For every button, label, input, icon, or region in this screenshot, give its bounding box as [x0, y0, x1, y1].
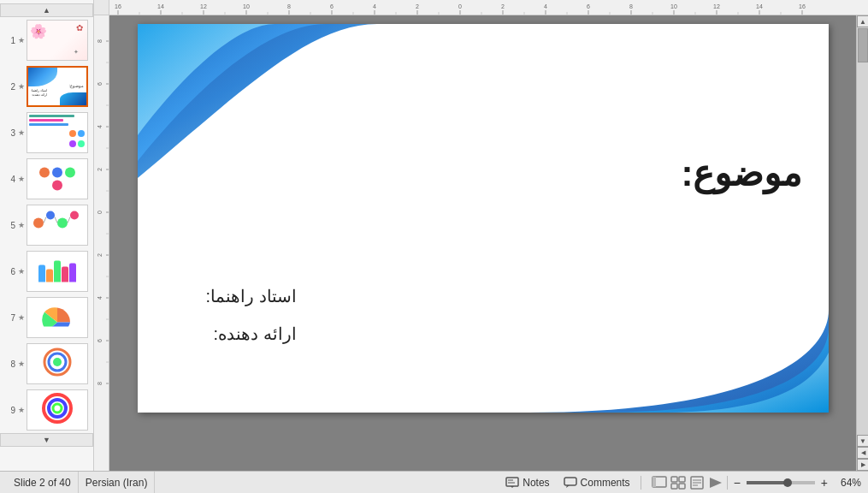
scroll-right-arrow[interactable]: ▶ [857, 459, 868, 471]
svg-text:12: 12 [200, 3, 207, 9]
svg-text:2: 2 [501, 3, 505, 9]
svg-point-0 [33, 218, 44, 229]
content-area: 16 14 12 10 8 6 4 2 0 [94, 0, 868, 471]
slide-canvas[interactable]: موضوع: استاد راهنما: ارائه دهنده: [109, 15, 856, 471]
notes-button[interactable]: Notes [499, 477, 556, 489]
slide-sorter-icon[interactable] [670, 476, 686, 490]
svg-text:8: 8 [629, 3, 633, 9]
zoom-slider[interactable] [747, 481, 815, 484]
svg-rect-100 [679, 484, 685, 489]
notes-label: Notes [523, 477, 549, 489]
slide-number-1: 1 [3, 36, 15, 45]
slide-thumb-2[interactable]: 2 ★ موضوع: استاد راهنما:ارائه دهنده: [0, 63, 93, 110]
comments-button[interactable]: Comments [557, 477, 637, 489]
slide-count-text: Slide 2 of 40 [14, 477, 71, 489]
ruler-corner [94, 0, 109, 15]
svg-text:8: 8 [287, 3, 291, 9]
scroll-up-button[interactable]: ▲ [0, 3, 93, 17]
star-icon-4: ★ [18, 175, 27, 183]
svg-text:8: 8 [97, 39, 103, 43]
svg-line-6 [68, 217, 70, 223]
slide-title-text: موضوع: [682, 152, 803, 194]
svg-marker-92 [511, 486, 514, 488]
slide-thumb-4[interactable]: 4 ★ [0, 156, 93, 202]
svg-text:2: 2 [97, 168, 103, 171]
zoom-level-text[interactable]: 64% [834, 477, 861, 489]
scroll-down-button[interactable]: ▼ [0, 433, 93, 447]
star-icon-3: ★ [18, 128, 27, 137]
slide-thumb-7[interactable]: 7 ★ [0, 294, 93, 341]
wave-top-svg [138, 24, 411, 195]
slide-number-3: 3 [3, 128, 15, 138]
scroll-down-arrow[interactable]: ▼ [857, 435, 868, 447]
zoom-out-button[interactable]: − [731, 476, 743, 490]
svg-line-4 [44, 217, 46, 223]
slide-thumb-5[interactable]: 5 ★ [0, 202, 93, 248]
language-text: Persian (Iran) [86, 477, 148, 489]
scroll-left-arrow[interactable]: ◀ [857, 447, 868, 459]
slide-show-icon[interactable] [708, 476, 723, 490]
thumb-img-3 [27, 112, 88, 153]
svg-text:16: 16 [799, 3, 806, 9]
star-icon-9: ★ [18, 406, 27, 414]
star-icon-2: ★ [18, 82, 27, 91]
svg-text:4: 4 [544, 3, 547, 9]
svg-text:0: 0 [97, 211, 103, 214]
slide-number-2: 2 [3, 82, 15, 92]
svg-text:10: 10 [243, 3, 250, 9]
normal-view-icon[interactable] [652, 476, 667, 490]
thumb-img-4 [27, 158, 88, 199]
svg-text:4: 4 [373, 3, 376, 9]
slide-thumb-1[interactable]: 1 ★ 🌸 ✿ ✦ [0, 17, 93, 63]
svg-text:6: 6 [587, 3, 590, 9]
svg-point-9 [53, 358, 62, 366]
svg-rect-89 [506, 478, 518, 486]
star-icon-1: ★ [18, 36, 27, 45]
svg-rect-93 [564, 478, 576, 485]
slide-number-5: 5 [3, 221, 15, 230]
reading-view-icon[interactable] [689, 476, 705, 490]
svg-text:4: 4 [97, 296, 103, 300]
slide-presenter-label: ارائه دهنده: [206, 324, 297, 344]
slide-thumb-8[interactable]: 8 ★ [0, 341, 93, 387]
wave-bottom-svg [529, 310, 829, 413]
slide-number-4: 4 [3, 175, 15, 184]
svg-marker-105 [710, 478, 722, 488]
slide-edit-area: 8 6 4 2 0 [94, 15, 868, 471]
slide-thumb-9[interactable]: 9 ★ [0, 387, 93, 433]
svg-point-2 [57, 218, 68, 229]
svg-text:6: 6 [97, 82, 103, 86]
svg-text:14: 14 [157, 3, 164, 9]
view-icons-group [652, 476, 723, 490]
slide-instructor-label: استاد راهنما: [206, 286, 297, 306]
svg-point-11 [49, 400, 66, 417]
thumb-img-6 [27, 251, 88, 292]
ruler-top-svg: 16 14 12 10 8 6 4 2 0 [109, 0, 868, 15]
slide-thumb-3[interactable]: 3 ★ [0, 110, 93, 156]
language-section: Persian (Iran) [79, 472, 156, 493]
thumb-img-8 [27, 343, 88, 384]
svg-point-3 [70, 211, 79, 220]
thumb-img-7 [27, 297, 88, 338]
svg-point-12 [53, 404, 62, 413]
slide-number-9: 9 [3, 406, 15, 415]
svg-text:16: 16 [115, 3, 121, 9]
star-icon-8: ★ [18, 359, 27, 368]
zoom-area: − + 64% [731, 476, 861, 490]
svg-rect-99 [671, 484, 677, 489]
status-bar: Slide 2 of 40 Persian (Iran) Notes Comme… [0, 471, 868, 493]
svg-point-1 [46, 211, 55, 220]
right-scrollbar: ▲ ▼ ◀ ▶ [856, 15, 868, 471]
svg-text:6: 6 [330, 3, 334, 9]
ruler-left: 8 6 4 2 0 [94, 15, 109, 471]
thumb-img-2: موضوع: استاد راهنما:ارائه دهنده: [27, 66, 88, 107]
scroll-thumb-v[interactable] [858, 28, 868, 62]
slide-number-6: 6 [3, 267, 15, 276]
slide-thumb-6[interactable]: 6 ★ [0, 248, 93, 294]
svg-text:8: 8 [97, 382, 103, 385]
scroll-up-arrow[interactable]: ▲ [857, 15, 868, 27]
comments-icon [564, 477, 577, 489]
slide-number-7: 7 [3, 313, 15, 323]
svg-text:6: 6 [97, 339, 103, 342]
zoom-in-button[interactable]: + [818, 476, 830, 490]
